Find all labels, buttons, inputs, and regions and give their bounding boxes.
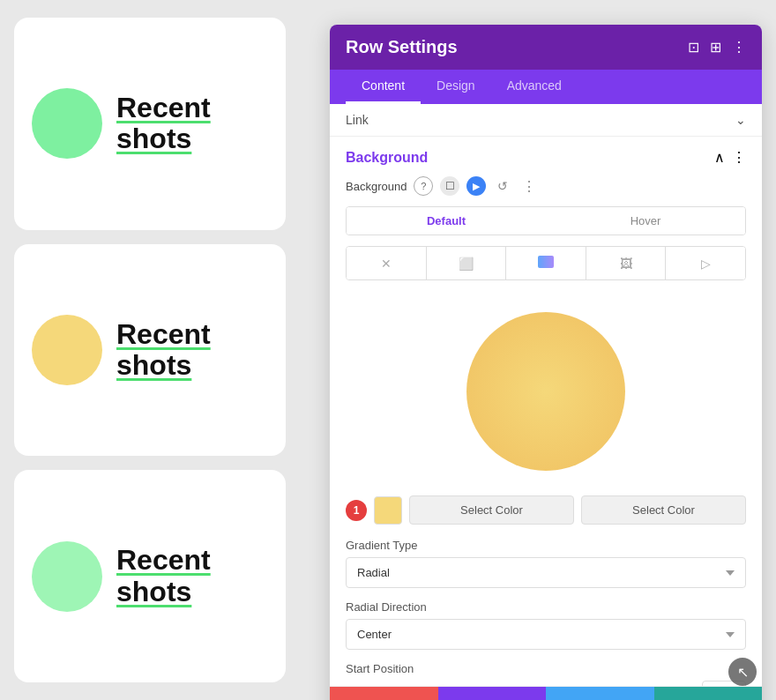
default-tab-btn[interactable]: Default — [347, 207, 546, 235]
recent-shots-text-1: Recent shots — [116, 93, 268, 154]
start-position-row: Start Position 28% — [346, 662, 746, 686]
help-icon-btn[interactable]: ? — [414, 176, 433, 196]
bg-type-gradient-btn[interactable] — [506, 247, 586, 279]
scroll-hint-icon: ↖ — [728, 658, 757, 686]
link-row: Link ⌄ — [330, 104, 762, 137]
radial-direction-select[interactable]: Center Top Left Top Right Bottom Left Bo… — [346, 619, 746, 650]
fullscreen-icon[interactable]: ⊡ — [688, 39, 699, 56]
default-hover-toggle: Default Hover — [346, 206, 746, 235]
recent-shots-text-3: Recent shots — [116, 545, 268, 607]
gradient-type-label: Gradient Type — [346, 539, 746, 552]
panel-content: Link ⌄ Background ∧ ⋮ Background ? ☐ ▶ ↺… — [330, 104, 762, 686]
circle-green-light-3 — [32, 541, 102, 612]
collapse-icon[interactable]: ∧ — [714, 149, 725, 166]
bg-type-video-btn[interactable]: ▷ — [666, 247, 745, 279]
color-stop-swatch-1[interactable] — [374, 496, 402, 525]
tab-design[interactable]: Design — [421, 70, 491, 104]
panel-header: Row Settings ⊡ ⊞ ⋮ — [330, 25, 762, 70]
section-more-icon[interactable]: ⋮ — [732, 149, 746, 166]
link-label: Link — [346, 113, 369, 127]
preview-card-1: Recent shots — [14, 18, 286, 230]
row-settings-panel: Row Settings ⊡ ⊞ ⋮ Content Design Advanc… — [330, 25, 762, 700]
chevron-down-icon[interactable]: ⌄ — [735, 113, 746, 127]
background-header-icons: ∧ ⋮ — [714, 149, 746, 166]
radial-direction-row: Radial Direction Center Top Left Top Rig… — [346, 600, 746, 650]
cancel-button[interactable]: ✕ — [330, 687, 438, 700]
circle-green-1 — [32, 88, 102, 159]
color-stops-row: 1 Select Color Select Color — [346, 495, 746, 525]
preview-card-3: Recent shots — [14, 470, 286, 682]
preview-area: Recent shots Recent shots Recent shots — [0, 0, 300, 700]
bg-type-image-btn[interactable]: 🖼 — [586, 247, 667, 279]
start-position-label: Start Position — [346, 662, 746, 675]
reset-button[interactable]: ↺ — [438, 687, 547, 700]
background-section-header: Background ∧ ⋮ — [346, 149, 746, 166]
panel-tabs: Content Design Advanced — [330, 70, 762, 104]
bg-type-color-btn[interactable]: ⬜ — [427, 247, 507, 279]
bg-label: Background — [346, 180, 407, 193]
gradient-preview — [346, 294, 746, 488]
select-color-right-btn[interactable]: Select Color — [581, 495, 746, 525]
background-section: Background ∧ ⋮ Background ? ☐ ▶ ↺ ⋮ Defa… — [330, 137, 762, 686]
gradient-circle — [466, 312, 625, 471]
gradient-type-select[interactable]: Radial Linear Conic — [346, 557, 746, 588]
bg-more-btn[interactable]: ⋮ — [519, 176, 539, 196]
preview-card-2: Recent shots — [14, 244, 286, 457]
panel-title: Row Settings — [346, 37, 458, 57]
save-button[interactable]: ✓ — [654, 687, 763, 700]
tab-content[interactable]: Content — [346, 70, 421, 104]
hover-tab-btn[interactable]: Hover — [546, 207, 745, 235]
recent-shots-text-2: Recent shots — [116, 319, 268, 381]
columns-icon[interactable]: ⊞ — [710, 39, 721, 56]
no-bg-btn[interactable]: ☐ — [440, 176, 459, 196]
more-options-icon[interactable]: ⋮ — [732, 39, 746, 56]
redo-button[interactable]: ↻ — [546, 687, 654, 700]
panel-header-icons: ⊡ ⊞ ⋮ — [688, 39, 746, 56]
gradient-type-row: Gradient Type Radial Linear Conic — [346, 539, 746, 588]
circle-yellow-2 — [32, 315, 102, 385]
radial-direction-label: Radial Direction — [346, 600, 746, 614]
tab-advanced[interactable]: Advanced — [491, 70, 578, 104]
color-stop-badge: 1 — [346, 500, 367, 521]
background-title: Background — [346, 150, 428, 166]
bg-controls-row: Background ? ☐ ▶ ↺ ⋮ — [346, 176, 746, 196]
reset-bg-btn[interactable]: ↺ — [493, 176, 512, 196]
bg-type-none-btn[interactable]: ✕ — [347, 247, 427, 279]
svg-rect-0 — [538, 256, 554, 268]
select-color-left-btn[interactable]: Select Color — [409, 495, 574, 525]
gradient-active-btn[interactable]: ▶ — [466, 176, 486, 196]
panel-footer: ✕ ↺ ↻ ✓ — [330, 686, 762, 700]
bg-type-row: ✕ ⬜ 🖼 ▷ — [346, 246, 746, 280]
